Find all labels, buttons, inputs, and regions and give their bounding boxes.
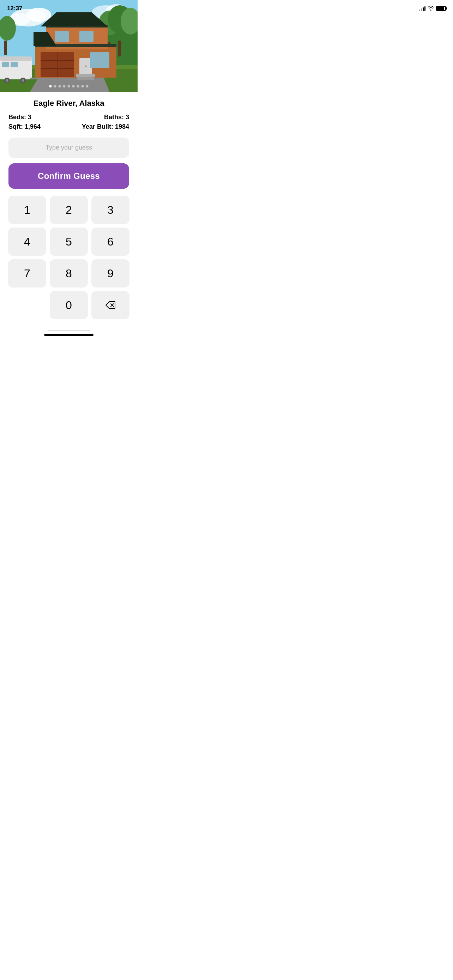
keypad-row-1: 1 2 3 — [7, 196, 130, 224]
keypad-row-2: 4 5 6 — [7, 228, 130, 256]
svg-rect-11 — [118, 41, 121, 56]
status-bar: 12:37 — [0, 0, 138, 15]
svg-rect-46 — [30, 78, 39, 80]
key-9[interactable]: 9 — [91, 259, 129, 288]
property-info: Eagle River, Alaska Beds: 3 Baths: 3 Sqf… — [0, 92, 138, 133]
guess-input[interactable] — [8, 138, 129, 158]
dot-7 — [77, 85, 79, 88]
svg-rect-40 — [2, 62, 9, 67]
key-6[interactable]: 6 — [91, 228, 129, 256]
key-7[interactable]: 7 — [8, 259, 46, 288]
status-time: 12:37 — [7, 5, 22, 12]
keypad-row-4: 0 — [7, 291, 130, 319]
baths-detail: Baths: 3 — [104, 114, 129, 121]
bottom-area — [0, 323, 138, 339]
svg-rect-29 — [76, 74, 95, 77]
svg-rect-30 — [77, 77, 94, 80]
guess-input-container — [8, 138, 129, 158]
keypad: 1 2 3 4 5 6 7 8 9 0 — [0, 189, 138, 319]
svg-point-45 — [22, 79, 24, 82]
keypad-row-3: 7 8 9 — [7, 259, 130, 288]
dot-9 — [86, 85, 89, 88]
dot-3 — [59, 85, 61, 88]
property-details: Beds: 3 Baths: 3 Sqft: 1,964 Year Built:… — [8, 114, 129, 133]
scroll-indicator — [48, 330, 90, 331]
key-8[interactable]: 8 — [50, 259, 88, 288]
confirm-guess-button[interactable]: Confirm Guess — [8, 163, 129, 189]
svg-rect-13 — [4, 41, 7, 55]
key-3[interactable]: 3 — [91, 196, 129, 224]
dot-4 — [63, 85, 66, 88]
svg-rect-39 — [0, 56, 32, 60]
beds-detail: Beds: 3 — [8, 114, 32, 121]
dot-5 — [68, 85, 70, 88]
image-dots — [49, 85, 89, 88]
beds-baths-row: Beds: 3 Baths: 3 — [8, 114, 129, 121]
key-empty — [8, 291, 46, 319]
home-indicator — [44, 334, 94, 336]
location-title: Eagle River, Alaska — [8, 99, 129, 108]
dot-8 — [81, 85, 84, 88]
svg-rect-31 — [78, 80, 93, 83]
key-2[interactable]: 2 — [50, 196, 88, 224]
sqft-detail: Sqft: 1,964 — [8, 123, 41, 130]
key-4[interactable]: 4 — [8, 228, 46, 256]
key-backspace[interactable] — [91, 291, 129, 319]
key-5[interactable]: 5 — [50, 228, 88, 256]
svg-point-43 — [6, 79, 8, 82]
sqft-year-row: Sqft: 1,964 Year Built: 1984 — [8, 123, 129, 130]
svg-rect-41 — [11, 62, 17, 67]
dot-2 — [54, 85, 56, 88]
key-1[interactable]: 1 — [8, 196, 46, 224]
confirm-button-container: Confirm Guess — [8, 163, 129, 189]
year-built-detail: Year Built: 1984 — [82, 123, 129, 130]
dot-1 — [49, 85, 52, 88]
svg-rect-28 — [85, 65, 87, 67]
dot-6 — [72, 85, 75, 88]
key-0[interactable]: 0 — [50, 291, 88, 319]
